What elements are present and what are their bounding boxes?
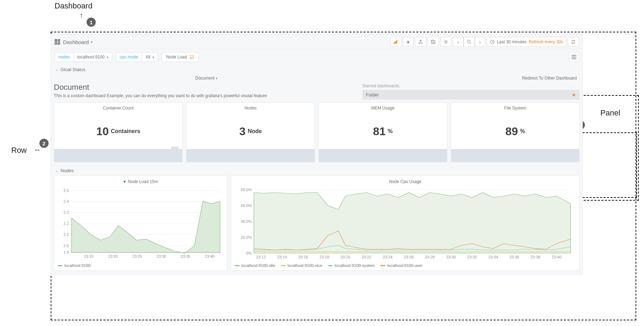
dashboard-title-dropdown[interactable]: Dashboard ▾	[63, 39, 93, 45]
stat-title: File System	[451, 103, 579, 113]
sparkline	[451, 149, 579, 162]
star-icon: ★	[406, 39, 410, 45]
stat-unit: %	[388, 128, 393, 134]
row-header-global-status[interactable]: ⌄ Gloal Status	[51, 65, 582, 74]
chart-legend: localhost:9100	[58, 261, 223, 268]
svg-text:2.5: 2.5	[63, 188, 69, 193]
panel-nodes: Nodes 3Node	[186, 102, 315, 162]
check-icon: ☑	[190, 54, 194, 60]
svg-text:23:15: 23:15	[84, 254, 94, 258]
chevron-down-icon: ▾	[91, 40, 93, 44]
row-header-nodes[interactable]: ⌄ Nodes	[51, 166, 582, 175]
time-back-button[interactable]: ‹	[453, 37, 463, 47]
svg-text:23:22: 23:22	[362, 255, 372, 259]
dashboard-grid-icon[interactable]	[55, 39, 60, 45]
save-icon	[431, 39, 436, 44]
stats-row: Container Count 10Containers Nodes 3Node…	[51, 102, 582, 166]
chart-legend: localhost:9100-idle localhost:9100-nice …	[235, 261, 576, 268]
star-icon: ★	[572, 92, 576, 98]
variable-cpu-mode-value: All▾	[142, 52, 158, 62]
settings-button[interactable]	[440, 37, 452, 47]
folder-name: Folder	[366, 92, 379, 98]
stat-title: MEM Usage	[319, 103, 447, 113]
row-title: Nodes	[61, 168, 74, 173]
add-panel-button[interactable]: +	[390, 37, 402, 47]
variables-bar: nodes localhost:9100▾ cpu mode All▾ Node…	[51, 49, 582, 65]
bar-chart-plus-icon: +	[393, 39, 398, 44]
svg-text:23:18: 23:18	[320, 255, 329, 259]
svg-text:80.0%: 80.0%	[241, 188, 252, 192]
folder-link[interactable]: Folder ★	[362, 90, 580, 100]
zoom-group: ‹ ›	[453, 37, 485, 47]
variable-cpu-mode[interactable]: cpu mode All▾	[116, 52, 158, 62]
variable-nodes-label: nodes	[55, 52, 74, 62]
node-load-chart: 2.52.42.32.22.12.01.9 23:1523:2023:2523:…	[58, 186, 223, 260]
stat-unit: %	[520, 128, 525, 134]
svg-text:23:40: 23:40	[205, 254, 214, 258]
svg-text:23:24: 23:24	[383, 255, 393, 259]
svg-text:23:40: 23:40	[552, 255, 562, 259]
time-range-button[interactable]: Last 30 minutes Refresh every 30s	[487, 37, 566, 47]
panel-mem-usage: MEM Usage 81%	[318, 102, 447, 162]
node-cpu-chart: 80.0%60.0%40.0%20.0%0% 23:1223:1423:1623…	[235, 186, 576, 260]
svg-text:23:32: 23:32	[467, 255, 477, 259]
svg-text:23:16: 23:16	[298, 255, 308, 259]
node-load-toggle[interactable]: Node Load ☑	[162, 52, 199, 62]
svg-text:23:34: 23:34	[488, 255, 498, 259]
share-icon	[418, 39, 423, 44]
svg-text:+: +	[397, 39, 398, 42]
topbar-right: + ★ ‹ › Last 30 minutes Refresh every 30…	[390, 37, 579, 47]
legend-item[interactable]: localhost:9100-user	[380, 263, 422, 268]
clock-icon	[490, 39, 495, 44]
panel-title-tab[interactable]: Document ▾	[54, 74, 359, 82]
save-button[interactable]	[428, 37, 439, 47]
chevron-down-icon: ⌄	[55, 168, 58, 173]
variable-nodes-value: localhost:9100▾	[74, 52, 112, 62]
chart-title-text: Node Load 15m	[128, 179, 158, 184]
panel-document: Document ▾ Document This is a custom das…	[54, 74, 359, 100]
refresh-interval-text: Refresh every 30s	[529, 39, 563, 44]
chevron-down-icon: ▾	[107, 55, 108, 59]
svg-line-6	[470, 43, 471, 44]
svg-text:23:36: 23:36	[510, 255, 519, 259]
time-forward-button[interactable]: ›	[475, 37, 485, 47]
chart-title-text: Node Cpu Usage	[389, 179, 421, 184]
sparkline	[319, 149, 447, 162]
legend-item[interactable]: localhost:9100-system	[328, 263, 375, 268]
chevron-down-icon: ▾	[152, 55, 154, 59]
share-button[interactable]	[415, 37, 426, 47]
topbar: Dashboard ▾ + ★ ‹ › Last	[51, 35, 582, 49]
zoom-out-button[interactable]	[463, 37, 475, 47]
svg-rect-2	[396, 40, 397, 44]
star-button[interactable]: ★	[403, 37, 413, 47]
svg-text:0%: 0%	[246, 251, 252, 255]
row-menu-button[interactable]	[569, 52, 579, 62]
svg-point-4	[445, 41, 447, 43]
chevron-down-icon: ⌄	[55, 67, 58, 72]
svg-text:23:35: 23:35	[181, 254, 190, 258]
svg-text:40.0%: 40.0%	[241, 219, 252, 224]
zoom-icon	[467, 39, 472, 44]
document-heading: Document	[54, 82, 359, 93]
svg-text:2.4: 2.4	[63, 199, 69, 203]
sparkline	[54, 149, 182, 162]
svg-text:23:14: 23:14	[277, 255, 287, 259]
annotation-badge-1: 1	[87, 18, 96, 27]
chevron-left-icon: ‹	[457, 39, 459, 45]
svg-text:2.3: 2.3	[63, 211, 69, 215]
legend-item[interactable]: localhost:9100	[58, 263, 90, 268]
panel-title-tab[interactable]: Redirect To Other Dashboard	[362, 74, 580, 82]
svg-text:2.1: 2.1	[63, 232, 69, 237]
panel-file-system: File System 89%	[451, 102, 580, 162]
node-load-label: Node Load	[166, 55, 187, 59]
svg-text:2.2: 2.2	[63, 221, 69, 226]
svg-rect-0	[394, 42, 395, 44]
time-range-text: Last 30 minutes	[497, 39, 527, 44]
arrow-left-right-icon: ↔	[34, 146, 41, 154]
panel-node-cpu: Node Cpu Usage 80.0%60.0%40.0%20.0%0% 23…	[231, 175, 580, 271]
legend-item[interactable]: localhost:9100-nice	[281, 263, 322, 268]
svg-text:23:30: 23:30	[446, 255, 456, 259]
variable-nodes[interactable]: nodes localhost:9100▾	[55, 52, 112, 62]
legend-item[interactable]: localhost:9100-idle	[235, 263, 275, 268]
refresh-button[interactable]	[568, 37, 579, 47]
